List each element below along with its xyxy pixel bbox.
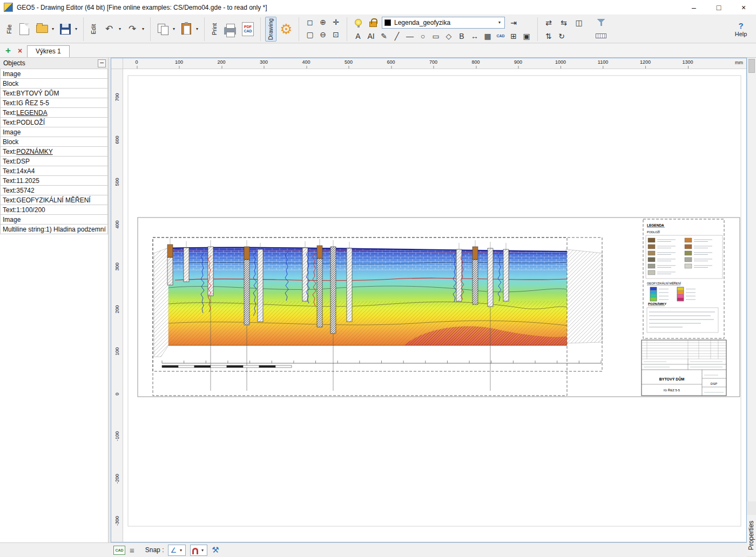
copy-icon [158, 24, 168, 35]
object-list-item[interactable]: Text: GEOFYZIKÁLNÍ MĚŘENÍ [0, 195, 108, 205]
object-list-item[interactable]: Block [0, 78, 108, 89]
flip-vertical-tool[interactable]: ⇅ [542, 30, 555, 42]
vertical-scrollbar[interactable] [747, 58, 756, 501]
ruler-tick: 600 [114, 134, 120, 146]
highlight-button[interactable] [352, 17, 364, 28]
close-button[interactable]: × [731, 0, 756, 15]
object-list-item[interactable]: Text: LEGENDA [0, 107, 108, 118]
magnet-snap-select[interactable]: ▾ [190, 545, 207, 556]
object-list-item[interactable]: Text: 35742 [0, 185, 108, 195]
cad-label: CAD [244, 29, 252, 33]
spline-tool[interactable]: B [455, 30, 468, 42]
scrollbar-thumb[interactable] [748, 59, 755, 73]
close-drawing-button[interactable]: × [16, 46, 24, 55]
measure-button[interactable] [595, 30, 608, 42]
object-list-item[interactable]: Block [0, 137, 108, 147]
filter-button[interactable] [595, 17, 608, 28]
copy-format-tool[interactable]: ⇄ [542, 17, 555, 28]
open-button[interactable]: ▾ [34, 20, 56, 38]
style-combobox-caret[interactable]: ▾ [497, 20, 502, 25]
properties-tab[interactable]: Properties [747, 515, 756, 556]
redo-dropdown-caret[interactable]: ▾ [140, 26, 146, 31]
copy-button[interactable]: ▾ [155, 20, 177, 38]
edit-menu-button[interactable]: Edit [88, 17, 99, 42]
image-tool[interactable]: ▣ [520, 30, 533, 42]
object-list-item[interactable]: Text: 14xA4 [0, 166, 108, 176]
tab-vykres-1[interactable]: Výkres 1 [27, 45, 70, 57]
magnet-caret[interactable]: ▾ [200, 548, 205, 553]
table-tool[interactable]: ⊞ [507, 30, 520, 42]
drawing-menu-button[interactable]: Drawing [265, 17, 276, 42]
layers-icon[interactable]: ≡ [130, 546, 134, 555]
rectangle-tool[interactable]: ▭ [429, 30, 442, 42]
file-menu-button[interactable]: File [3, 17, 15, 42]
canvas[interactable]: LEGENDA PODLOŽÍ GEOFYZIKÁLNÍ MĚŘENÍ POZN… [123, 69, 746, 542]
object-list-item[interactable]: Multiline string: 1) Hladina podzemní [0, 224, 108, 234]
help-button[interactable]: ? Help [729, 21, 753, 37]
object-list-item[interactable]: Image [0, 69, 108, 79]
style-combobox[interactable]: Legenda_geofyzika ▾ [382, 17, 505, 29]
object-list-item[interactable]: Image [0, 127, 108, 137]
text-block-tool[interactable]: AI [364, 30, 377, 42]
cad-status-icon[interactable]: CAD [113, 546, 125, 555]
print-menu-label: Print [212, 23, 218, 35]
collapse-panel-button[interactable]: – [98, 59, 106, 67]
snap-mode-caret[interactable]: ▾ [178, 548, 184, 553]
paste-format-tool[interactable]: ⇆ [557, 17, 570, 28]
object-list-item[interactable]: Text: POZNÁMKY [0, 146, 108, 157]
objects-panel-header: Objects – [0, 58, 108, 69]
redo-button[interactable]: ↷ ▾ [124, 20, 146, 38]
text-tool[interactable]: A [352, 30, 364, 42]
zoom-select-tool[interactable]: ▢ [303, 29, 316, 40]
pan-tool[interactable]: ✛ [329, 17, 342, 28]
ruler-tick: 500 [345, 59, 353, 65]
object-list-item[interactable]: Text: BYTOVÝ DŮM [0, 88, 108, 98]
ruler-tick: 0 [114, 388, 120, 400]
object-list-item[interactable]: Text: IG ŘEZ 5-5 [0, 98, 108, 108]
polyline-tool[interactable]: — [403, 30, 416, 42]
undo-dropdown-caret[interactable]: ▾ [117, 26, 123, 31]
copy-dropdown-caret[interactable]: ▾ [171, 26, 177, 31]
settings-button[interactable]: ⚙ [278, 20, 294, 38]
object-list-item[interactable]: Text: PODLOŽÍ [0, 117, 108, 127]
object-list-item[interactable]: Text: 1:100/200 [0, 205, 108, 215]
printer-icon [224, 27, 236, 35]
dimension-tool[interactable]: ↔ [468, 30, 481, 42]
print-menu-button[interactable]: Print [209, 17, 220, 42]
line-tool[interactable]: ╱ [390, 30, 403, 42]
maximize-button[interactable]: □ [706, 0, 731, 15]
undo-button[interactable]: ↶ ▾ [101, 20, 123, 38]
open-dropdown-caret[interactable]: ▾ [50, 26, 56, 31]
apply-style-button[interactable]: ⇥ [507, 17, 520, 28]
object-list-item[interactable]: Image [0, 214, 108, 225]
print-button[interactable] [222, 20, 238, 38]
object-list-item[interactable]: Text: 11.2025 [0, 175, 108, 186]
minimize-button[interactable]: – [681, 0, 706, 15]
lock-icon [369, 22, 377, 27]
lock-button[interactable] [367, 17, 380, 28]
cad-import-tool[interactable]: CAD [494, 30, 507, 42]
zoom-window-tool[interactable]: ◻ [303, 17, 316, 28]
new-document-button[interactable] [16, 20, 32, 38]
export-pdf-cad-button[interactable]: PDF CAD [240, 20, 256, 38]
save-dropdown-caret[interactable]: ▾ [73, 26, 79, 31]
zoom-extents-tool[interactable]: ⊡ [329, 29, 342, 40]
snap-mode-select[interactable]: ∠ ▾ [168, 545, 186, 556]
paste-dropdown-caret[interactable]: ▾ [194, 26, 200, 31]
snap-settings-button[interactable]: ⚒ [212, 545, 219, 555]
circle-tool[interactable]: ○ [416, 30, 429, 42]
add-drawing-button[interactable]: + [3, 46, 13, 56]
zoom-in-tool[interactable]: ⊕ [316, 17, 329, 28]
save-button[interactable]: ▾ [57, 20, 79, 38]
rotate-tool[interactable]: ↻ [555, 30, 568, 42]
hatch-tool[interactable]: ▦ [481, 30, 494, 42]
filter-ruler-tools [595, 16, 608, 42]
polygon-tool[interactable]: ◇ [442, 30, 455, 42]
paste-button[interactable]: ▾ [178, 20, 200, 38]
zoom-out-tool[interactable]: ⊖ [316, 29, 329, 40]
legend-block[interactable]: LEGENDA PODLOŽÍ GEOFYZIKÁLNÍ MĚŘENÍ POZN… [646, 223, 723, 332]
mirror-tool[interactable]: ◫ [572, 17, 585, 28]
object-list-item[interactable]: Text: DSP [0, 156, 108, 166]
title-block[interactable]: BYTOVÝ DŮM IG ŘEZ 5-5 DSP [642, 340, 726, 396]
text-edit-tool[interactable]: ✎ [377, 30, 390, 42]
